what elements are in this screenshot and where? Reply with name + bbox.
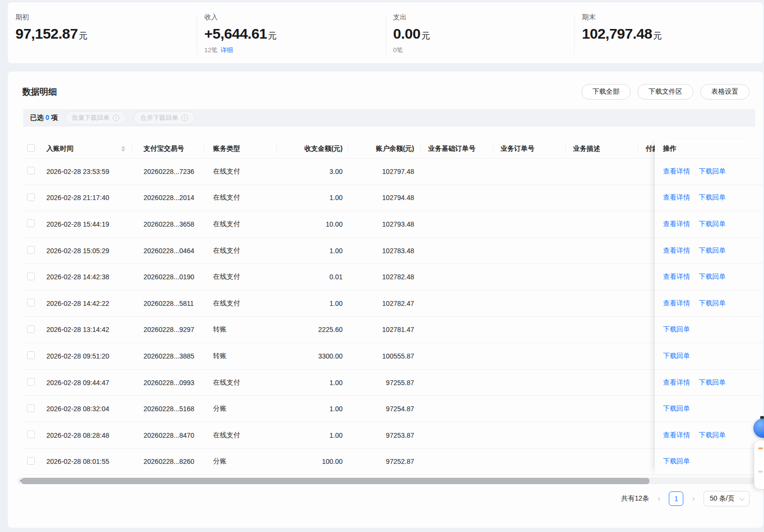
cell-account-type: 在线支付 [204, 220, 277, 229]
total-count-text: 共有12条 [621, 494, 649, 503]
table-row: 2026-02-28 14:42:2220260228...5811在线支付1.… [23, 290, 663, 317]
chevron-down-icon [739, 495, 745, 501]
selected-count: 0 [43, 114, 51, 121]
col-header-base-order-id: 业务基础订单号 [421, 144, 493, 153]
view-detail-link[interactable]: 查看详情 [663, 193, 690, 202]
summary-sub: 12笔详细 [204, 46, 386, 55]
summary-value: 102,797.48元 [582, 26, 763, 42]
row-checkbox[interactable] [27, 351, 35, 359]
batch-download-receipt-button[interactable]: 批量下载回单i [65, 111, 127, 125]
cell-entry-time: 2026-02-28 08:01:55 [43, 458, 132, 465]
download-receipt-link[interactable]: 下载回单 [699, 299, 726, 308]
row-checkbox[interactable] [27, 404, 35, 412]
col-header-order-id: 业务订单号 [493, 144, 566, 153]
cell-amount: 0.01 [277, 273, 348, 281]
col-header-balance: 账户余额(元) [348, 144, 421, 153]
prev-page-icon[interactable]: ‹ [658, 495, 660, 503]
next-page-icon[interactable]: › [692, 495, 694, 503]
currency-unit: 元 [421, 31, 430, 41]
row-checkbox[interactable] [27, 219, 35, 227]
floating-assistant-popup[interactable] [754, 441, 764, 489]
download-receipt-link[interactable]: 下载回单 [663, 325, 690, 334]
currency-unit: 元 [653, 31, 662, 41]
select-all-checkbox[interactable] [27, 144, 35, 152]
download-receipt-link[interactable]: 下载回单 [699, 167, 726, 176]
view-detail-link[interactable]: 查看详情 [663, 167, 690, 176]
sort-icon[interactable] [121, 146, 125, 152]
cell-checkbox [23, 167, 43, 176]
cell-checkbox [23, 325, 43, 334]
row-checkbox[interactable] [27, 457, 35, 465]
cell-amount: 3.00 [277, 168, 348, 175]
cell-checkbox [23, 246, 43, 255]
view-detail-link[interactable]: 查看详情 [663, 299, 690, 308]
summary-closing-balance: 期末 102,797.48元 [574, 2, 763, 63]
download-receipt-link[interactable]: 下载回单 [663, 457, 690, 466]
download-receipt-link[interactable]: 下载回单 [699, 193, 726, 202]
cell-account-type: 分账 [204, 404, 277, 413]
cell-checkbox [23, 457, 43, 466]
row-checkbox[interactable] [27, 431, 35, 438]
download-receipt-link[interactable]: 下载回单 [699, 220, 726, 229]
view-detail-link[interactable]: 查看详情 [663, 431, 690, 440]
view-detail-link[interactable]: 查看详情 [663, 220, 690, 229]
row-checkbox[interactable] [27, 299, 35, 306]
row-checkbox[interactable] [27, 167, 35, 174]
cell-account-type: 在线支付 [204, 273, 277, 281]
table-row: 2026-02-28 08:28:4820260228...8470在线支付1.… [23, 422, 663, 449]
info-icon: i [113, 115, 119, 121]
info-icon: i [181, 115, 188, 121]
pagination: 共有12条 ‹ 1 › 50 条/页 [621, 491, 750, 506]
table-header-row: 入账时间 支付宝交易号 账务类型 收支金额(元) 账户余额(元) 业务基础订单号… [23, 139, 663, 158]
page-size-select[interactable]: 50 条/页 [704, 491, 750, 506]
col-header-actions: 操作 [655, 139, 763, 158]
cell-txn-id: 20260228...8260 [132, 458, 204, 465]
row-checkbox[interactable] [27, 273, 35, 280]
download-receipt-link[interactable]: 下载回单 [699, 273, 726, 281]
row-checkbox[interactable] [27, 325, 35, 333]
cell-actions: 查看详情下载回单 [655, 422, 763, 449]
cell-actions: 下载回单 [655, 449, 763, 475]
table-row: 2026-02-28 09:51:2020260228...3885转账3300… [23, 343, 663, 370]
download-file-area-button[interactable]: 下载文件区 [637, 84, 693, 100]
current-page-button[interactable]: 1 [669, 491, 683, 506]
download-receipt-link[interactable]: 下载回单 [699, 378, 726, 387]
summary-label: 期初 [15, 13, 197, 22]
download-receipt-link[interactable]: 下载回单 [663, 404, 690, 413]
toolbar: 下载全部 下载文件区 表格设置 [581, 84, 750, 100]
table-row: 2026-02-28 08:32:0420260228...5168分账1.00… [23, 396, 663, 422]
cell-entry-time: 2026-02-28 15:05:29 [43, 247, 132, 255]
table-row: 2026-02-28 09:44:4720260228...0993在线支付1.… [23, 370, 663, 396]
view-detail-link[interactable]: 查看详情 [663, 273, 690, 281]
cell-balance: 102783.48 [348, 247, 421, 255]
row-checkbox[interactable] [27, 246, 35, 254]
scrollbar-thumb[interactable] [21, 478, 649, 484]
view-detail-link[interactable]: 查看详情 [663, 378, 690, 387]
row-checkbox[interactable] [27, 378, 35, 386]
download-receipt-link[interactable]: 下载回单 [699, 246, 726, 255]
horizontal-scrollbar[interactable] [17, 477, 764, 484]
summary-label: 收入 [204, 13, 386, 22]
merge-download-receipt-button[interactable]: 合并下载回单i [133, 111, 195, 125]
cell-txn-id: 20260228...2014 [132, 194, 204, 201]
download-all-button[interactable]: 下载全部 [581, 84, 631, 100]
cell-txn-id: 20260228...7236 [132, 168, 204, 175]
summary-label: 支出 [393, 13, 575, 22]
currency-unit: 元 [79, 31, 87, 41]
cell-txn-id: 20260228...3885 [132, 352, 204, 360]
income-detail-link[interactable]: 详细 [220, 46, 233, 54]
table-settings-button[interactable]: 表格设置 [700, 84, 750, 100]
cell-entry-time: 2026-02-28 13:14:42 [43, 326, 132, 333]
row-checkbox[interactable] [27, 193, 35, 201]
table-body: 2026-02-28 23:53:5920260228...7236在线支付3.… [23, 158, 663, 475]
view-detail-link[interactable]: 查看详情 [663, 246, 690, 255]
table-row: 2026-02-28 23:53:5920260228...7236在线支付3.… [23, 158, 663, 185]
cell-entry-time: 2026-02-28 21:17:40 [43, 194, 132, 201]
table-row: 2026-02-28 15:44:1920260228...3658在线支付10… [23, 211, 663, 238]
cell-amount: 1.00 [277, 379, 348, 387]
cell-checkbox [23, 431, 43, 440]
download-receipt-link[interactable]: 下载回单 [699, 431, 726, 440]
download-receipt-link[interactable]: 下载回单 [663, 352, 690, 360]
cell-actions: 查看详情下载回单 [655, 290, 763, 317]
col-header-amount: 收支金额(元) [277, 144, 348, 153]
